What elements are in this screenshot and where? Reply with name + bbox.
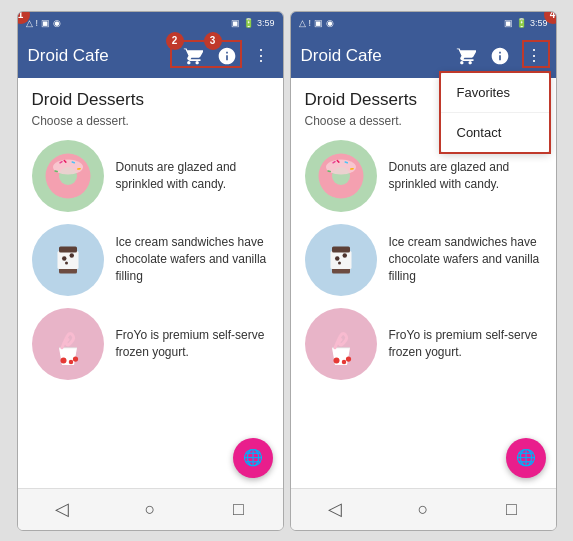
annotation-2: 2 — [166, 32, 184, 50]
icecream-desc-right: Ice cream sandwiches have chocolate wafe… — [389, 234, 542, 284]
dessert-item-froyo-left[interactable]: FroYo is premium self-serve frozen yogur… — [32, 308, 269, 380]
icecream-image-right — [305, 224, 377, 296]
fab-right[interactable]: 🌐 — [506, 438, 546, 478]
svg-point-11 — [62, 256, 67, 261]
svg-point-31 — [333, 357, 339, 363]
status-bar-right: △ ! ▣ ◉ ▣ 🔋 3:59 — [291, 12, 556, 34]
phones-container: 1 △ ! ▣ ◉ ▣ 🔋 3:59 Droid Cafe 2 — [11, 5, 563, 537]
content-left: Droid Desserts Choose a dessert. — [18, 78, 283, 488]
svg-point-12 — [69, 253, 74, 258]
annotation-3: 3 — [204, 32, 222, 50]
icecream-desc-left: Ice cream sandwiches have chocolate wafe… — [116, 234, 269, 284]
svg-point-33 — [345, 356, 350, 361]
dessert-item-froyo-right[interactable]: FroYo is premium self-serve frozen yogur… — [305, 308, 542, 380]
svg-point-16 — [72, 356, 77, 361]
bottom-nav-right: ◁ ○ □ — [291, 488, 556, 530]
bottom-nav-left: ◁ ○ □ — [18, 488, 283, 530]
left-phone: 1 △ ! ▣ ◉ ▣ 🔋 3:59 Droid Cafe 2 — [17, 11, 284, 531]
svg-rect-26 — [330, 251, 351, 269]
icecream-image-left — [32, 224, 104, 296]
svg-point-14 — [60, 357, 66, 363]
section-title-left: Droid Desserts — [32, 90, 269, 110]
svg-rect-10 — [59, 246, 77, 252]
dropdown-menu: Favorites Contact — [440, 72, 550, 153]
menu-item-favorites[interactable]: Favorites — [441, 73, 549, 113]
more-icon-right[interactable]: ⋮ — [522, 44, 546, 68]
right-phone: 4 △ ! ▣ ◉ ▣ 🔋 3:59 Droid Cafe — [290, 11, 557, 531]
recents-button-left[interactable]: □ — [223, 494, 253, 524]
donut-desc-left: Donuts are glazed and sprinkled with can… — [116, 159, 269, 193]
menu-item-contact[interactable]: Contact — [441, 113, 549, 152]
fab-left[interactable]: 🌐 — [233, 438, 273, 478]
cart-icon-right[interactable] — [454, 44, 478, 68]
app-bar-right: Droid Cafe ⋮ — [291, 34, 556, 78]
info-icon-right[interactable] — [488, 44, 512, 68]
home-button-left[interactable]: ○ — [135, 494, 165, 524]
section-subtitle-left: Choose a dessert. — [32, 114, 269, 128]
app-bar-left: Droid Cafe 2 3 — [18, 34, 283, 78]
froyo-desc-left: FroYo is premium self-serve frozen yogur… — [116, 327, 269, 361]
svg-point-28 — [335, 256, 340, 261]
svg-point-19 — [326, 159, 356, 174]
back-button-right[interactable]: ◁ — [320, 494, 350, 524]
back-button-left[interactable]: ◁ — [47, 494, 77, 524]
svg-rect-27 — [332, 246, 350, 252]
svg-point-30 — [338, 261, 341, 264]
app-title-left: Droid Cafe — [28, 46, 181, 66]
dessert-item-icecream-left[interactable]: Ice cream sandwiches have chocolate wafe… — [32, 224, 269, 296]
status-bar-left: △ ! ▣ ◉ ▣ 🔋 3:59 — [18, 12, 283, 34]
donut-image-left — [32, 140, 104, 212]
svg-rect-9 — [57, 251, 78, 269]
svg-point-29 — [342, 253, 347, 258]
froyo-image-left — [32, 308, 104, 380]
svg-point-2 — [53, 159, 83, 174]
home-button-right[interactable]: ○ — [408, 494, 438, 524]
svg-point-15 — [68, 359, 73, 364]
dessert-item-icecream-right[interactable]: Ice cream sandwiches have chocolate wafe… — [305, 224, 542, 296]
donut-image-right — [305, 140, 377, 212]
svg-point-13 — [65, 261, 68, 264]
svg-point-32 — [341, 359, 346, 364]
app-title-right: Droid Cafe — [301, 46, 454, 66]
more-icon-left[interactable]: ⋮ — [249, 44, 273, 68]
recents-button-right[interactable]: □ — [496, 494, 526, 524]
dessert-item-donut-left[interactable]: Donuts are glazed and sprinkled with can… — [32, 140, 269, 212]
froyo-image-right — [305, 308, 377, 380]
cart-icon[interactable] — [181, 44, 205, 68]
froyo-desc-right: FroYo is premium self-serve frozen yogur… — [389, 327, 542, 361]
donut-desc-right: Donuts are glazed and sprinkled with can… — [389, 159, 542, 193]
